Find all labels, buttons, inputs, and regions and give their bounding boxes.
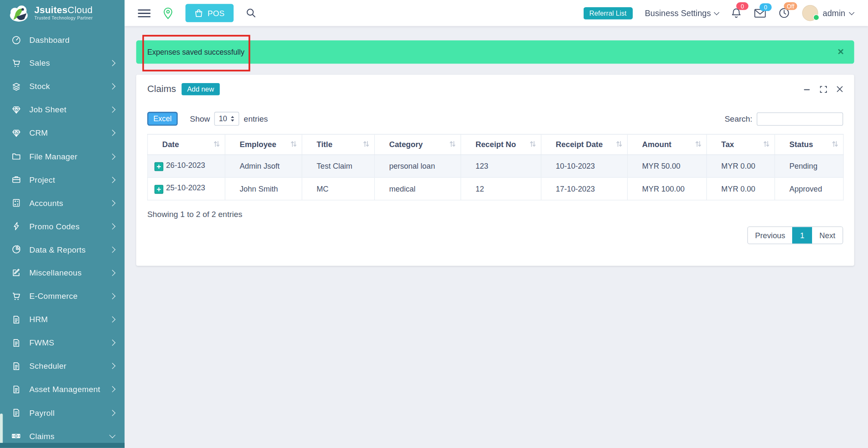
sidebar-item-ecommerce[interactable]: E-Commerce xyxy=(0,284,125,308)
sidebar-item-data-reports[interactable]: Data & Reports xyxy=(0,238,125,261)
briefcase-icon xyxy=(11,175,21,185)
show-label: Show xyxy=(190,114,210,123)
excel-export-button[interactable]: Excel xyxy=(147,112,178,126)
sort-icon xyxy=(530,140,536,149)
spinner-arrows-icon xyxy=(231,116,235,122)
business-settings-label: Business Settings xyxy=(645,8,711,18)
messages-button[interactable]: 0 xyxy=(754,8,766,18)
sidebar-item-stock[interactable]: Stock xyxy=(0,75,125,98)
sidebar-item-file-manager[interactable]: File Manager xyxy=(0,145,125,168)
page-title: Claims xyxy=(147,83,176,95)
chevron-down-icon xyxy=(109,432,116,438)
sort-icon xyxy=(763,140,769,149)
sidebar-item-label: Job Sheet xyxy=(29,106,110,114)
sort-icon xyxy=(291,140,297,149)
sidebar-item-asset-management[interactable]: Asset Management xyxy=(0,378,125,401)
sidebar-item-miscellaneous[interactable]: Miscellaneous xyxy=(0,261,125,284)
referral-list-button[interactable]: Referral List xyxy=(583,7,633,19)
hamburger-menu-icon[interactable] xyxy=(138,8,150,17)
column-header-receipt-date[interactable]: Receipt Date xyxy=(541,134,628,155)
sidebar-item-job-sheet[interactable]: Job Sheet xyxy=(0,98,125,122)
sidebar-item-project[interactable]: Project xyxy=(0,168,125,191)
sidebar-item-label: Payroll xyxy=(29,408,110,417)
chevron-right-icon xyxy=(109,200,116,206)
banknote-icon xyxy=(11,431,21,441)
page-size-control: Show 10 entries xyxy=(190,112,268,126)
sidebar-item-scheduler[interactable]: Scheduler xyxy=(0,354,125,378)
chevron-right-icon xyxy=(109,60,116,67)
sidebar-item-hrm[interactable]: HRM xyxy=(0,308,125,331)
sort-icon xyxy=(832,140,838,149)
add-new-button[interactable]: Add new xyxy=(181,83,220,95)
sidebar-item-label: Claims xyxy=(29,431,110,440)
sidebar-item-payroll[interactable]: Payroll xyxy=(0,401,125,424)
row-expand-button[interactable] xyxy=(154,162,163,171)
sort-icon xyxy=(450,140,456,149)
table-search: Search: xyxy=(725,112,843,125)
pos-button[interactable]: POS xyxy=(186,4,234,22)
sidebar-item-crm[interactable]: CRM xyxy=(0,122,125,145)
column-header-date[interactable]: Date xyxy=(147,134,225,155)
topbar-right: Referral List Business Settings 0 0 Off … xyxy=(583,5,868,21)
location-pin-icon[interactable] xyxy=(163,7,173,19)
row-expand-button[interactable] xyxy=(154,185,163,194)
app-screen: JsuitesCloud Trusted Technology Partner … xyxy=(0,0,868,448)
sidebar-nav: Dashboard Sales Stock Job Sheet xyxy=(0,26,125,448)
main-content: Expenses saved successfully ✕ Claims Add… xyxy=(125,26,868,448)
sort-icon xyxy=(363,140,369,149)
sidebar-item-promo-codes[interactable]: Promo Codes xyxy=(0,214,125,238)
sidebar-item-accounts[interactable]: Accounts xyxy=(0,191,125,214)
pos-button-label: POS xyxy=(208,8,225,17)
column-header-title[interactable]: Title xyxy=(302,134,374,155)
page-size-select[interactable]: 10 xyxy=(214,112,239,126)
pagination-area: Previous 1 Next xyxy=(147,226,843,244)
sidebar-item-label: Asset Management xyxy=(29,385,110,394)
notifications-button[interactable]: 0 xyxy=(731,7,742,19)
page-number-button[interactable]: 1 xyxy=(793,227,812,244)
fullscreen-icon[interactable] xyxy=(820,86,827,93)
sidebar-item-dashboard[interactable]: Dashboard xyxy=(0,28,125,52)
minimize-icon[interactable] xyxy=(803,86,810,93)
table-row: 26-10-2023 Admin Jsoft Test Claim person… xyxy=(147,155,843,178)
sidebar-item-sales[interactable]: Sales xyxy=(0,52,125,75)
sidebar-item-label: Scheduler xyxy=(29,362,110,370)
column-header-tax[interactable]: Tax xyxy=(707,134,775,155)
chevron-right-icon xyxy=(109,386,116,392)
previous-page-button[interactable]: Previous xyxy=(748,227,792,244)
column-header-receipt-no[interactable]: Receipt No xyxy=(461,134,541,155)
search-icon[interactable] xyxy=(245,8,256,18)
entries-label: entries xyxy=(244,114,268,123)
column-header-category[interactable]: Category xyxy=(375,134,461,155)
table-header-row: Date Employee Title Category Receipt No … xyxy=(147,134,843,155)
next-page-button[interactable]: Next xyxy=(812,227,843,244)
column-header-amount[interactable]: Amount xyxy=(627,134,707,155)
business-settings-dropdown[interactable]: Business Settings xyxy=(645,8,719,18)
search-input[interactable] xyxy=(757,112,843,125)
card-window-controls xyxy=(803,86,843,93)
close-icon[interactable] xyxy=(837,86,843,92)
user-menu[interactable]: admin xyxy=(802,5,854,21)
document-icon xyxy=(11,408,21,418)
sidebar-item-label: Sales xyxy=(29,59,110,68)
table-info: Showing 1 to 2 of 2 entries xyxy=(147,210,843,219)
clock-status-badge: Off xyxy=(784,2,797,10)
page-size-value: 10 xyxy=(219,114,227,123)
chevron-right-icon xyxy=(109,270,116,276)
column-header-status[interactable]: Status xyxy=(775,134,843,155)
topbar-left: POS xyxy=(125,4,256,22)
avatar xyxy=(802,5,818,21)
clock-in-button[interactable]: Off xyxy=(779,7,790,19)
pie-chart-icon xyxy=(11,245,21,255)
status-cell: Pending xyxy=(775,155,843,178)
sidebar-item-fwms[interactable]: FWMS xyxy=(0,331,125,354)
alert-close-icon[interactable]: ✕ xyxy=(837,47,844,57)
layers-icon xyxy=(11,81,21,92)
brand[interactable]: JsuitesCloud Trusted Technology Partner xyxy=(0,0,125,26)
chevron-down-icon xyxy=(849,9,854,15)
chevron-right-icon xyxy=(109,153,116,160)
chevron-right-icon xyxy=(109,83,116,90)
column-header-employee[interactable]: Employee xyxy=(225,134,302,155)
user-name: admin xyxy=(823,8,845,18)
card-header: Claims Add new xyxy=(136,75,854,95)
search-label: Search: xyxy=(725,114,752,123)
